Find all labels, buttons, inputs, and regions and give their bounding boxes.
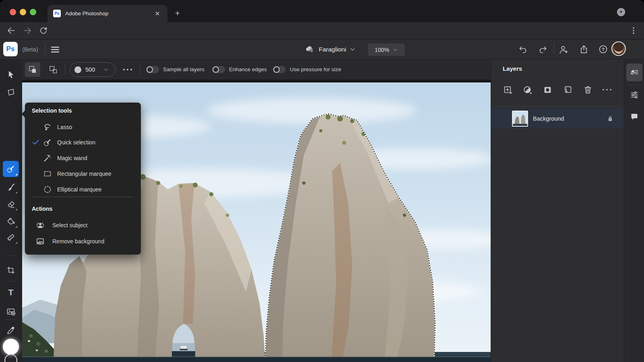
- properties-panel-tab[interactable]: [626, 86, 642, 104]
- enhance-edges-label: Enhance edges: [229, 60, 267, 80]
- layer-row-background[interactable]: Background: [491, 109, 624, 129]
- tool-type[interactable]: T: [3, 284, 19, 300]
- undo-icon[interactable]: [518, 45, 528, 54]
- tool-eyedropper[interactable]: [3, 322, 19, 338]
- user-avatar[interactable]: [611, 41, 626, 56]
- rectangular-marquee-icon: [43, 169, 52, 179]
- more-options-icon[interactable]: [122, 67, 134, 72]
- adjustment-layer-button[interactable]: [522, 84, 533, 95]
- remove-background-icon: [35, 237, 45, 246]
- tool-fill[interactable]: [3, 213, 19, 229]
- redo-icon[interactable]: [538, 45, 547, 54]
- zoom-window-button[interactable]: [30, 9, 36, 15]
- back-icon[interactable]: [6, 26, 16, 35]
- tool-transform[interactable]: [3, 84, 19, 100]
- download-status-icon[interactable]: [616, 7, 626, 17]
- check-icon: [32, 138, 40, 146]
- layers-panel-tab[interactable]: [626, 64, 642, 81]
- move-layer-icon: [563, 85, 573, 95]
- browser-toolbar: photoshop.adobe.com: [0, 22, 644, 39]
- zoom-level: 100%: [375, 47, 389, 53]
- type-tool-icon: T: [8, 288, 14, 297]
- tool-move[interactable]: [3, 66, 19, 82]
- tab-close-icon[interactable]: ✕: [153, 9, 162, 18]
- reload-icon[interactable]: [39, 26, 48, 35]
- brush-tool-icon: [6, 182, 16, 192]
- menu-item-lasso[interactable]: Lasso: [25, 119, 141, 135]
- menu-item-remove-background[interactable]: Remove background: [25, 234, 141, 249]
- beta-label: (Beta): [22, 39, 38, 60]
- menu-item-label: Remove background: [52, 234, 104, 249]
- menu-item-label: Quick selection: [57, 135, 95, 150]
- menu-title: Selection tools: [32, 107, 72, 114]
- zoom-level-dropdown[interactable]: 100%: [368, 43, 405, 56]
- menu-item-quick-selection[interactable]: Quick selection: [25, 135, 141, 150]
- more-options-icon: [602, 88, 612, 92]
- background-color-swatch[interactable]: [4, 354, 17, 362]
- browser-tab[interactable]: Ps Adobe Photoshop ✕: [47, 5, 167, 22]
- new-tab-button[interactable]: +: [172, 8, 183, 19]
- tool-place-image[interactable]: [3, 304, 19, 320]
- tool-brush[interactable]: [3, 179, 19, 195]
- add-selection-icon: [49, 65, 58, 74]
- layer-thumbnail: [512, 111, 528, 127]
- layers-more-options-button[interactable]: [602, 84, 612, 95]
- divider: [554, 44, 554, 55]
- comments-panel-tab[interactable]: [626, 108, 642, 125]
- forward-icon[interactable]: [23, 26, 32, 35]
- minimize-window-button[interactable]: [20, 9, 26, 15]
- place-image-tool-icon: [6, 307, 16, 317]
- close-window-button[interactable]: [10, 9, 16, 15]
- transform-tool-icon: [6, 87, 16, 97]
- layer-name: Background: [533, 109, 564, 129]
- tool-eraser[interactable]: [3, 196, 19, 212]
- divider: [5, 255, 17, 256]
- tool-healing[interactable]: [3, 229, 19, 245]
- move-layer-button[interactable]: [562, 84, 573, 95]
- layer-mask-button[interactable]: [542, 84, 553, 95]
- divider: [5, 319, 17, 320]
- layers-panel-title: Layers: [503, 65, 522, 72]
- menu-divider: [32, 197, 134, 197]
- elliptical-marquee-icon: [43, 185, 52, 194]
- enhance-edges-toggle[interactable]: [212, 66, 225, 73]
- use-pressure-toggle[interactable]: [273, 66, 286, 73]
- menu-item-label: Rectangular marquee: [57, 166, 111, 181]
- use-pressure-label: Use pressure for size: [290, 60, 341, 80]
- tool-quick-selection[interactable]: [3, 161, 19, 177]
- layer-mask-icon: [543, 85, 553, 95]
- add-layer-button[interactable]: [502, 84, 513, 95]
- menu-item-magic-wand[interactable]: Magic wand: [25, 150, 141, 166]
- help-icon[interactable]: ?: [598, 44, 608, 54]
- menu-item-select-subject[interactable]: Select subject: [25, 218, 141, 233]
- menu-item-label: Lasso: [57, 119, 72, 135]
- tool-crop[interactable]: [3, 262, 19, 278]
- ps-logo: Ps: [3, 42, 18, 56]
- menu-item-label: Magic wand: [57, 150, 87, 166]
- adjustment-icon: [522, 85, 533, 95]
- layer-lock-icon[interactable]: [605, 114, 615, 123]
- select-subject-icon: [35, 220, 45, 230]
- selection-tools-menu: Selection tools Lasso Quick selection: [25, 103, 141, 255]
- magic-wand-icon: [43, 153, 52, 163]
- new-selection-icon: [28, 65, 37, 74]
- sliders-icon: [630, 90, 639, 100]
- add-selection-mode-button[interactable]: [45, 62, 61, 77]
- photoshop-favicon: Ps: [53, 10, 61, 17]
- new-selection-mode-button[interactable]: [25, 62, 40, 77]
- menu-item-label: Select subject: [52, 218, 87, 233]
- menu-item-elliptical-marquee[interactable]: Elliptical marquee: [25, 182, 141, 197]
- fill-tool-icon: [6, 216, 16, 226]
- share-export-icon[interactable]: [579, 44, 589, 54]
- brush-size-dropdown[interactable]: 500: [70, 62, 116, 77]
- menu-item-rectangular-marquee[interactable]: Rectangular marquee: [25, 166, 141, 181]
- sample-all-layers-toggle[interactable]: [146, 66, 159, 73]
- delete-layer-button[interactable]: [582, 84, 593, 95]
- healing-tool-icon: [6, 232, 16, 242]
- document-title-menu[interactable]: Faraglioni: [304, 43, 356, 56]
- hamburger-menu-icon[interactable]: [50, 45, 60, 54]
- invite-people-icon[interactable]: [559, 45, 569, 55]
- browser-menu-icon[interactable]: [629, 26, 638, 35]
- foreground-color-swatch[interactable]: [3, 339, 19, 355]
- menu-item-label: Elliptical marquee: [57, 182, 102, 197]
